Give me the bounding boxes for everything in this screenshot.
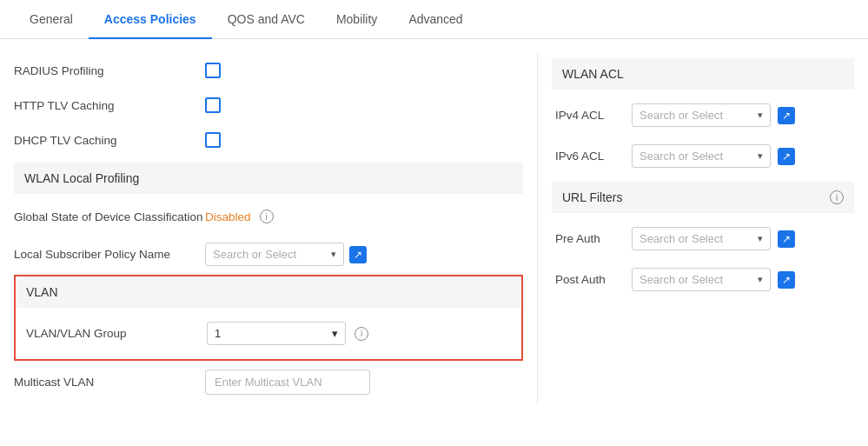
vlan-group-chevron-icon: ▾ <box>332 327 338 340</box>
wlan-local-profiling-header: WLAN Local Profiling <box>14 163 523 194</box>
left-panel: RADIUS Profiling HTTP TLV Caching DHCP T… <box>0 53 538 403</box>
global-state-label: Global State of Device Classification <box>14 210 205 223</box>
vlan-section: VLAN/VLAN Group 1 ▾ i <box>14 308 523 361</box>
pre-auth-placeholder: Search or Select <box>639 232 723 245</box>
ipv6-acl-label: IPv6 ACL <box>555 150 625 163</box>
pre-auth-chevron-icon: ▾ <box>758 233 763 244</box>
ipv6-acl-row: IPv6 ACL Search or Select ▾ <box>552 136 854 176</box>
post-auth-row: Post Auth Search or Select ▾ <box>552 259 854 300</box>
right-panel: WLAN ACL IPv4 ACL Search or Select ▾ IPv… <box>538 53 868 403</box>
radius-profiling-control <box>205 63 523 78</box>
radius-profiling-row: RADIUS Profiling <box>14 53 523 88</box>
http-tlv-checkbox[interactable] <box>205 97 221 113</box>
http-tlv-control <box>205 97 523 113</box>
multicast-vlan-label: Multicast VLAN <box>14 376 205 389</box>
ipv4-acl-ext-link[interactable] <box>778 107 795 124</box>
ipv4-acl-row: IPv4 ACL Search or Select ▾ <box>552 95 854 136</box>
radius-profiling-label: RADIUS Profiling <box>14 64 205 77</box>
post-auth-label: Post Auth <box>555 273 625 286</box>
main-content: RADIUS Profiling HTTP TLV Caching DHCP T… <box>0 39 868 417</box>
tab-general[interactable]: General <box>14 0 89 38</box>
dhcp-tlv-checkbox[interactable] <box>205 132 221 148</box>
dhcp-tlv-label: DHCP TLV Caching <box>14 134 205 147</box>
tab-mobility[interactable]: Mobility <box>321 0 393 38</box>
pre-auth-ext-link[interactable] <box>778 230 795 248</box>
ipv6-acl-select[interactable]: Search or Select ▾ <box>632 144 771 168</box>
tab-bar: General Access Policies QOS and AVC Mobi… <box>0 0 868 39</box>
vlan-section-header: VLAN <box>14 275 523 308</box>
tab-access-policies[interactable]: Access Policies <box>89 0 212 38</box>
multicast-vlan-row: Multicast VLAN <box>14 361 523 403</box>
local-subscriber-row: Local Subscriber Policy Name Search or S… <box>14 234 523 275</box>
global-state-info-icon[interactable]: i <box>260 210 274 223</box>
radius-profiling-checkbox[interactable] <box>205 63 221 78</box>
local-subscriber-chevron-icon: ▾ <box>331 249 336 260</box>
local-subscriber-ext-link[interactable] <box>349 246 367 263</box>
local-subscriber-select[interactable]: Search or Select ▾ <box>205 243 344 266</box>
vlan-group-info-icon[interactable]: i <box>354 327 368 341</box>
post-auth-select[interactable]: Search or Select ▾ <box>632 268 771 291</box>
multicast-vlan-input[interactable] <box>205 369 370 395</box>
ipv6-acl-ext-link[interactable] <box>778 148 795 165</box>
local-subscriber-control: Search or Select ▾ <box>205 243 523 266</box>
post-auth-chevron-icon: ▾ <box>758 274 763 285</box>
pre-auth-row: Pre Auth Search or Select ▾ <box>552 218 854 259</box>
vlan-group-control: 1 ▾ i <box>207 322 511 345</box>
pre-auth-select[interactable]: Search or Select ▾ <box>632 227 771 250</box>
dhcp-tlv-row: DHCP TLV Caching <box>14 123 523 157</box>
post-auth-ext-link[interactable] <box>778 271 795 289</box>
ipv4-acl-label: IPv4 ACL <box>555 109 625 122</box>
global-state-row: Global State of Device Classification Di… <box>14 199 523 234</box>
multicast-vlan-control <box>205 369 523 395</box>
vlan-group-value: 1 <box>215 327 221 340</box>
url-filters-header: URL Filters i <box>552 182 854 213</box>
ipv4-acl-chevron-icon: ▾ <box>758 110 763 121</box>
vlan-group-select[interactable]: 1 ▾ <box>207 322 346 345</box>
ipv4-acl-select[interactable]: Search or Select ▾ <box>632 103 771 127</box>
ipv6-acl-placeholder: Search or Select <box>639 150 723 163</box>
vlan-group-row: VLAN/VLAN Group 1 ▾ i <box>16 315 511 352</box>
pre-auth-label: Pre Auth <box>555 232 625 245</box>
http-tlv-row: HTTP TLV Caching <box>14 88 523 123</box>
global-state-value: Disabled <box>205 210 251 223</box>
url-filters-info-icon[interactable]: i <box>830 190 844 204</box>
tab-advanced[interactable]: Advanced <box>393 0 478 38</box>
local-subscriber-placeholder: Search or Select <box>213 248 296 261</box>
post-auth-placeholder: Search or Select <box>639 273 723 286</box>
ipv6-acl-chevron-icon: ▾ <box>758 150 763 162</box>
tab-qos-avc[interactable]: QOS and AVC <box>212 0 321 38</box>
wlan-acl-header: WLAN ACL <box>552 58 854 90</box>
global-state-control: Disabled i <box>205 210 523 223</box>
vlan-group-label: VLAN/VLAN Group <box>16 327 207 340</box>
http-tlv-label: HTTP TLV Caching <box>14 99 205 112</box>
ipv4-acl-placeholder: Search or Select <box>639 109 723 122</box>
local-subscriber-label: Local Subscriber Policy Name <box>14 248 205 261</box>
dhcp-tlv-control <box>205 132 523 148</box>
